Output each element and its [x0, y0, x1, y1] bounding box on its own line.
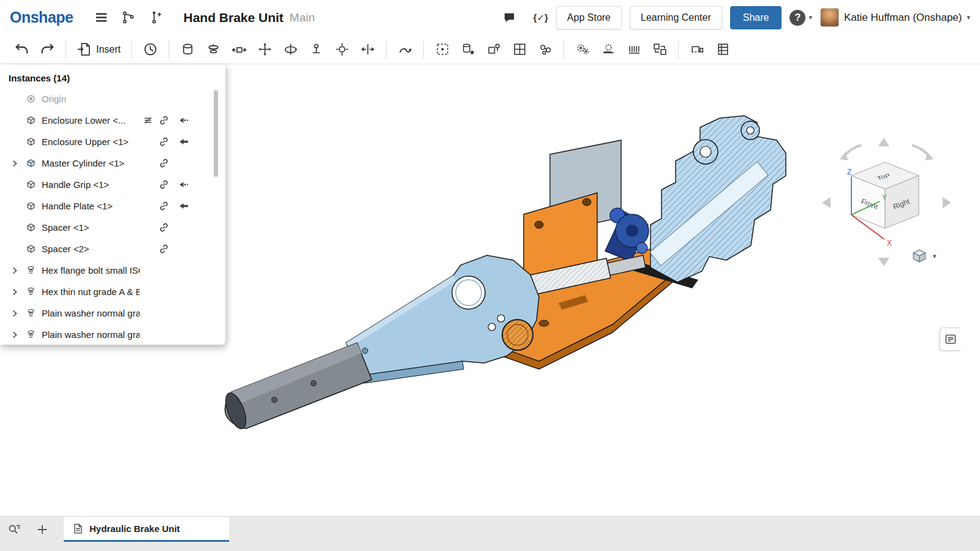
app-store-button[interactable]: App Store: [556, 6, 622, 29]
toolbar-separator: [678, 40, 679, 59]
redo-button[interactable]: [34, 38, 60, 61]
gear-relation-button[interactable]: [570, 38, 595, 61]
comment-button[interactable]: [499, 7, 521, 29]
workspace-name: Main: [290, 11, 315, 24]
view-roll-arrows[interactable]: [840, 145, 933, 160]
part-handle-plate[interactable]: [346, 255, 539, 383]
version-graph-button[interactable]: [117, 7, 139, 29]
link-icon[interactable]: [156, 115, 172, 126]
learning-center-button[interactable]: Learning Center: [630, 6, 722, 29]
right-panel-flyout-button[interactable]: [940, 328, 960, 351]
mate-connector-button[interactable]: [137, 38, 163, 61]
replace-instance-icon: [652, 42, 668, 57]
part-cam-lever[interactable]: [605, 208, 649, 261]
instance-label: Plain washer normal grade A: [42, 329, 140, 340]
expand-chevron-icon[interactable]: [7, 159, 22, 168]
undo-button[interactable]: [9, 38, 34, 61]
bom-table-button[interactable]: [710, 38, 736, 61]
expand-chevron-icon[interactable]: [7, 266, 22, 275]
create-version-button[interactable]: [144, 7, 166, 29]
hamburger-menu-icon: [94, 10, 108, 24]
expand-chevron-icon[interactable]: [7, 331, 22, 339]
rack-pinion-relation-button[interactable]: [595, 38, 621, 61]
instance-row[interactable]: Enclosure Lower <...: [0, 110, 225, 131]
replicate-icon: [486, 42, 502, 57]
section-icon: [140, 115, 156, 126]
add-tab-button[interactable]: [28, 517, 56, 542]
featurescript-notices-icon[interactable]: {✓}: [533, 12, 548, 23]
instance-row[interactable]: Handle Grip <1>: [0, 174, 225, 195]
named-positions-button[interactable]: [455, 38, 481, 61]
pattern-button[interactable]: [507, 38, 532, 61]
add-tab-icon: [36, 523, 49, 536]
instance-row[interactable]: Spacer <2>: [0, 238, 225, 260]
expand-chevron-icon[interactable]: [7, 288, 22, 296]
link-icon[interactable]: [156, 179, 172, 190]
search-tabs-button[interactable]: [0, 517, 28, 542]
instance-row[interactable]: Enclosure Upper <1>: [0, 131, 225, 152]
tab-hydraulic-brake-unit[interactable]: Hydraulic Brake Unit: [64, 517, 229, 542]
instance-row[interactable]: Plain washer normal grade A: [0, 324, 225, 345]
insert-icon: [77, 42, 92, 57]
part-icon: [22, 179, 39, 190]
instance-row[interactable]: Hex flange bolt small ISO 416...: [0, 260, 225, 281]
onshape-logo: Onshape: [10, 9, 73, 26]
help-menu[interactable]: ? ▾: [790, 10, 812, 26]
cylindrical-mate-button[interactable]: [277, 38, 303, 61]
mate-relation-button[interactable]: [392, 38, 418, 61]
instance-row[interactable]: Hex thin nut grade A & B ISO ...: [0, 281, 225, 302]
instance-row[interactable]: Origin: [0, 88, 225, 110]
part-icon: [22, 115, 39, 126]
user-name: Katie Huffman (Onshape): [844, 12, 962, 24]
expand-chevron-icon[interactable]: [7, 309, 22, 318]
assembly-features-icon: [538, 42, 553, 57]
instance-row[interactable]: Handle Plate <1>: [0, 195, 225, 217]
pin-slot-mate-button[interactable]: [303, 38, 329, 61]
fastened-mate-icon: [180, 42, 195, 57]
link-icon[interactable]: [156, 158, 172, 168]
part-master-cylinder-section[interactable]: [650, 116, 786, 282]
gear-relation-icon: [575, 42, 590, 57]
assembly-features-button[interactable]: [532, 38, 558, 61]
mate-relation-icon: [398, 42, 413, 57]
part-handle-grip[interactable]: [222, 343, 372, 432]
insert-button[interactable]: Insert: [72, 38, 126, 61]
part-icon: [22, 222, 39, 233]
fastened-mate-button[interactable]: [175, 38, 200, 61]
group-button[interactable]: [429, 38, 455, 61]
slider-mate-button[interactable]: [226, 38, 252, 61]
share-button[interactable]: Share: [730, 6, 782, 29]
z-axis-label: Z: [847, 168, 851, 176]
view-options-button[interactable]: ▾: [911, 248, 937, 264]
solid-arrow-icon: [172, 201, 195, 211]
tangent-mate-button[interactable]: [355, 38, 380, 61]
instances-panel-title: Instances (14): [0, 64, 225, 88]
part-icon: [22, 201, 39, 211]
screw-relation-button[interactable]: [621, 38, 647, 61]
ball-mate-button[interactable]: [329, 38, 355, 61]
hamburger-menu-button[interactable]: [90, 7, 112, 29]
link-icon[interactable]: [156, 244, 172, 254]
origin-icon: [22, 94, 39, 104]
instance-row[interactable]: Plain washer normal grade A ...: [0, 302, 225, 324]
link-icon[interactable]: [156, 201, 172, 211]
instance-row[interactable]: Spacer <1>: [0, 217, 225, 238]
instance-label: Spacer <2>: [42, 244, 140, 254]
toolbar-separator: [386, 40, 386, 59]
revolute-mate-button[interactable]: [200, 38, 226, 61]
panel-scrollbar-thumb[interactable]: [214, 90, 218, 177]
user-menu[interactable]: Katie Huffman (Onshape) ▾: [820, 8, 970, 27]
link-icon[interactable]: [156, 222, 172, 233]
pivot-pin-section[interactable]: [502, 320, 533, 350]
undo-icon: [14, 42, 29, 57]
link-icon[interactable]: [156, 137, 172, 147]
section-view-button[interactable]: [684, 38, 710, 61]
planar-mate-button[interactable]: [252, 38, 277, 61]
replace-instance-button[interactable]: [647, 38, 673, 61]
replicate-button[interactable]: [481, 38, 507, 61]
instance-row[interactable]: Master Cylinder <1>: [0, 152, 225, 174]
revolute-mate-icon: [206, 42, 221, 57]
y-axis-label: Y: [882, 193, 887, 202]
isometric-cube-icon: [911, 248, 927, 264]
instance-label: Handle Grip <1>: [42, 179, 140, 190]
